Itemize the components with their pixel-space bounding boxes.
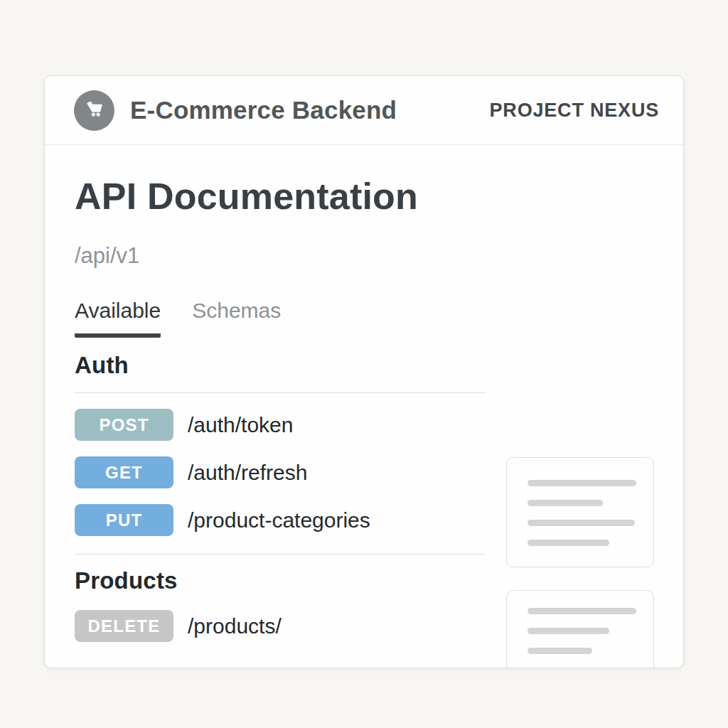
project-name-label: PROJECT NEXUS <box>490 100 659 122</box>
app-logo <box>74 90 114 131</box>
section-title-auth: Auth <box>75 352 486 379</box>
detail-placeholder-card <box>506 457 654 567</box>
endpoint-path: /products/ <box>188 614 282 638</box>
docs-content: API Documentation /api/v1 Available Sche… <box>45 175 683 668</box>
shopping-cart-icon <box>82 97 107 124</box>
tab-available[interactable]: Available <box>75 299 161 338</box>
skeleton-line <box>528 628 609 634</box>
endpoint-path: /product-categories <box>188 508 370 532</box>
tab-bar: Available Schemas <box>75 299 655 338</box>
api-base-path: /api/v1 <box>75 243 655 269</box>
skeleton-line <box>528 540 609 546</box>
section-divider <box>75 554 486 555</box>
method-badge-put: PUT <box>75 504 173 536</box>
app-title: E-Commerce Backend <box>130 96 397 124</box>
skeleton-line <box>528 480 636 486</box>
page-title: API Documentation <box>75 175 655 218</box>
endpoint-row[interactable]: POST /auth/token <box>75 409 486 441</box>
endpoint-row[interactable]: GET /auth/refresh <box>75 456 486 488</box>
skeleton-line <box>528 648 592 654</box>
endpoint-row[interactable]: DELETE /products/ <box>75 610 486 642</box>
method-badge-delete: DELETE <box>75 610 173 642</box>
api-docs-window: E-Commerce Backend PROJECT NEXUS API Doc… <box>44 75 684 668</box>
endpoint-row[interactable]: PUT /product-categories <box>75 504 486 536</box>
method-badge-post: POST <box>75 409 173 441</box>
skeleton-line <box>528 520 635 526</box>
endpoint-list: Auth POST /auth/token GET /auth/refresh … <box>75 352 486 642</box>
skeleton-line <box>528 608 636 614</box>
endpoint-path: /auth/token <box>188 413 293 437</box>
section-title-products: Products <box>75 567 486 594</box>
endpoint-path: /auth/refresh <box>188 461 307 485</box>
method-badge-get: GET <box>75 456 173 488</box>
window-header: E-Commerce Backend PROJECT NEXUS <box>45 76 683 145</box>
detail-placeholder-card <box>506 590 654 668</box>
skeleton-line <box>528 500 603 506</box>
section-divider <box>75 392 486 393</box>
tab-schemas[interactable]: Schemas <box>192 299 281 338</box>
